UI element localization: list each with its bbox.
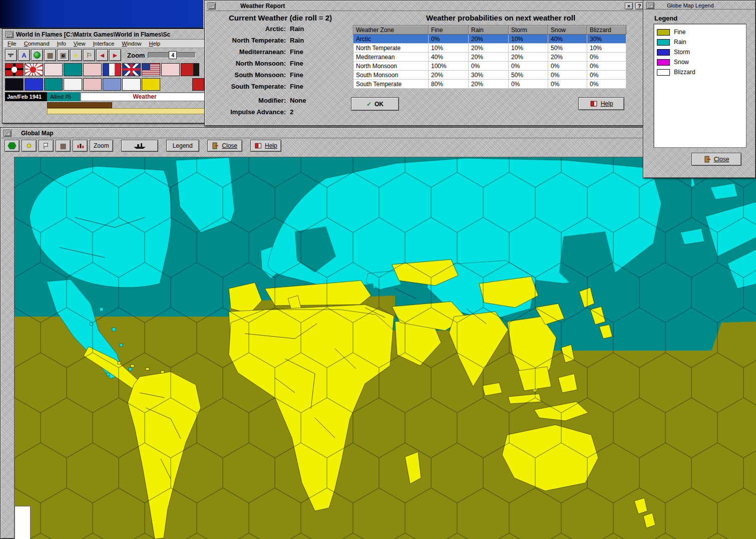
red-black-flag[interactable] [181,63,199,76]
flag-toggle-button[interactable] [39,140,54,152]
map-corner-box [15,506,31,539]
steel-tile[interactable] [103,78,121,91]
blue-tile[interactable] [25,78,43,91]
text-button[interactable]: A [18,49,30,61]
menu-item-file[interactable]: File [8,41,17,47]
col-snow: Snow [548,26,587,35]
gun-button[interactable] [5,49,17,61]
zone-weather: Rain [290,25,304,33]
legend-label: Fine [674,29,685,36]
us-flag[interactable] [142,63,160,76]
dot-button[interactable]: ● [70,49,82,61]
legend-label: Rain [674,39,686,46]
fine-color-swatch [657,29,670,36]
germany-war-flag[interactable] [5,63,24,76]
menu-item-command[interactable]: Command [24,41,50,47]
previous-button[interactable]: ◀ [96,49,108,61]
map-legend-button[interactable]: Legend [166,140,199,152]
brown-bar [47,102,112,108]
grid-2-button[interactable]: ▣ [57,49,69,61]
zoom-slider-thumb[interactable]: 4 [169,51,177,59]
table-row-south-temperate[interactable]: South Temperate80%20%0%0%0% [353,80,626,89]
table-row-arctic[interactable]: Arctic0%20%10%40%30% [353,35,626,44]
legend-label: Blizzard [674,69,695,76]
map-help-button[interactable]: Help [250,140,281,152]
uk-flag[interactable] [122,63,141,76]
main-titlebar: World in Flames [C:\Matrix Games\World i… [4,30,211,40]
window-menu-icon[interactable] [6,31,14,38]
main-toolbar: A ▦ ▣ ● ⚐ ◀ ▶ Zoom 4 [4,48,211,62]
teal-flag[interactable] [64,63,82,76]
col-blizzard: Blizzard [587,26,626,35]
menu-bar: File Command Info View Interface Window … [4,40,211,48]
book-icon [254,142,262,149]
window-menu-icon[interactable] [208,3,216,10]
status-bar: Jan/Feb 1941 Allied #5 Weather [5,92,209,101]
ok-button[interactable]: ✓ OK [351,97,399,111]
borneo[interactable] [518,367,551,391]
table-row-mediterranean[interactable]: Mediterranean40%20%20%20%0% [353,53,626,62]
white-tile[interactable] [64,78,82,91]
help-icon[interactable]: ? [635,3,643,10]
background-window[interactable] [0,0,203,29]
naval-button[interactable] [121,140,158,152]
black-tile[interactable] [5,78,24,91]
japan-war-flag[interactable] [25,63,43,76]
zone-weather: Fine [290,48,303,56]
weather-report-dialog: Weather Report × ? Current Weather (die … [204,0,647,126]
gun-icon [7,51,15,59]
flag-button[interactable]: ⚐ [83,49,95,61]
teal-tile[interactable] [44,78,63,91]
yellow-tile[interactable] [142,78,160,91]
france-flag[interactable] [103,63,121,76]
hex-mode-button[interactable] [5,140,20,152]
legend-item-snow: Snow [657,57,743,67]
grid-icon: ▦ [60,142,66,150]
map-zoom-button[interactable]: Zoom [90,140,113,152]
map-close-button[interactable]: Close [207,140,242,152]
world-weather-map[interactable] [14,157,756,539]
marker-button[interactable] [22,140,37,152]
pink-flag[interactable] [83,63,102,76]
close-icon[interactable]: × [625,3,633,10]
legend-window-title: Globe Map Legend [667,3,714,9]
zoom-slider[interactable]: 4 [148,52,196,58]
menu-item-info[interactable]: Info [57,41,66,47]
pink-tile[interactable] [83,78,102,91]
grid-button[interactable]: ▦ [44,49,56,61]
italy-flag[interactable] [44,63,63,76]
zoom-button-label: Zoom [94,142,109,149]
legend-close-button[interactable]: Close [691,153,741,166]
units-button[interactable] [73,140,88,152]
legend-label: Snow [674,59,689,66]
rose-flag[interactable] [161,63,180,76]
yellow-dot-icon [25,142,33,150]
book-icon [590,100,598,107]
globe-button[interactable] [31,49,43,61]
window-menu-icon[interactable] [646,2,654,9]
menu-item-help[interactable]: Help [149,41,160,47]
grid-toggle-button[interactable]: ▦ [56,140,71,152]
weather-probabilities-table: Weather Zone Fine Rain Storm Snow Blizza… [353,25,626,89]
white-tile-2[interactable] [122,78,141,91]
game-date: Jan/Feb 1941 [5,92,47,101]
menu-item-view[interactable]: View [74,41,86,47]
menu-item-interface[interactable]: Interface [93,41,115,47]
col-fine: Fine [429,26,469,35]
ok-button-label: OK [374,101,384,108]
table-row-north-temperate[interactable]: North Temperate10%20%10%50%10% [353,44,626,53]
weather-map-svg[interactable] [15,157,756,539]
legend-button-label: Legend [173,142,193,149]
storm-color-swatch [657,49,670,56]
table-row-north-monsoon[interactable]: North Monsoon100%0%0%0%0% [353,62,626,71]
menu-item-window[interactable]: Window [122,41,141,47]
impulse-advance-value: 2 [290,108,293,116]
zone-label: Arctic: [210,25,286,33]
help-button[interactable]: Help [578,97,624,110]
table-row-south-monsoon[interactable]: South Monsoon20%30%50%0%0% [353,71,626,80]
window-menu-icon[interactable] [4,130,12,137]
desktop: Global Map ▦ Zoom [0,0,756,539]
phase-indicator: Weather [80,92,209,101]
next-button[interactable]: ▶ [109,49,121,61]
zoom-label: Zoom [127,52,145,59]
